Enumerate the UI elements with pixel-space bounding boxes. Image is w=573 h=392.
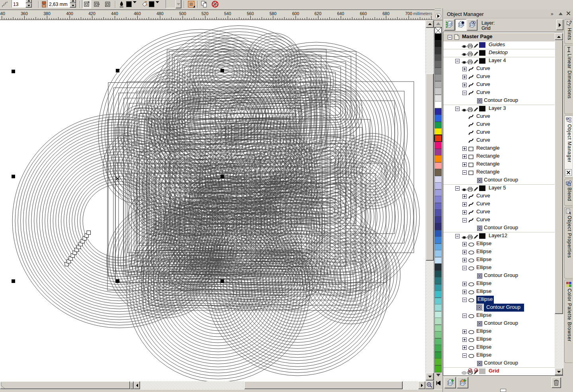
svg-text:?: ? xyxy=(569,21,572,25)
